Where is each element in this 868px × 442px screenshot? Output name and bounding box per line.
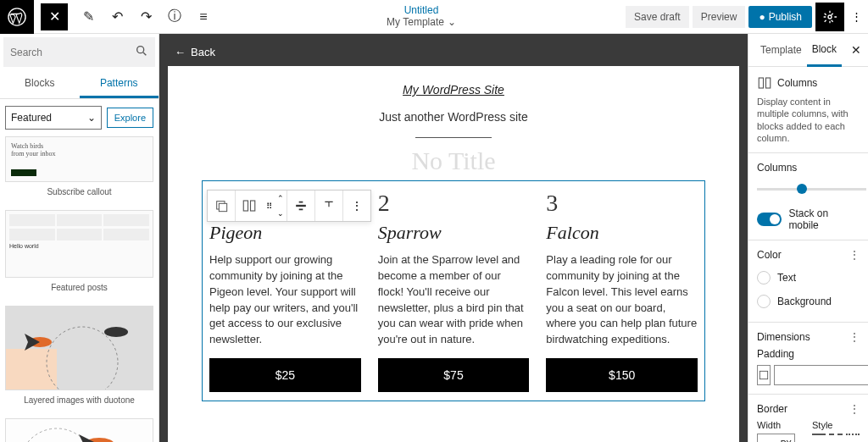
border-more-button[interactable]: ⋮ <box>849 403 860 415</box>
pattern-label: Subscribe callout <box>5 182 153 202</box>
pattern-card-4[interactable] <box>5 418 153 442</box>
wordpress-logo[interactable] <box>0 0 34 34</box>
columns-slider[interactable] <box>757 188 866 191</box>
block-options-button[interactable]: ⋮ <box>343 191 370 221</box>
edit-tool-button[interactable]: ✎ <box>75 3 102 30</box>
column-3[interactable]: 3 Falcon Play a leading role for our com… <box>546 190 698 392</box>
column-number[interactable]: 3 <box>546 190 698 217</box>
svg-rect-18 <box>766 78 771 88</box>
pattern-preview <box>5 306 153 390</box>
pattern-label: Featured posts <box>5 278 153 297</box>
inserter-panel: Blocks Patterns Featured ⌄ Explore Watch… <box>0 34 159 442</box>
site-title[interactable]: My WordPress Site <box>202 83 705 97</box>
border-heading: Border <box>757 403 787 415</box>
document-title-link[interactable]: Untitled <box>404 5 439 16</box>
color-swatch-icon <box>757 295 771 308</box>
svg-rect-12 <box>243 201 248 211</box>
column-number[interactable]: 2 <box>378 190 530 217</box>
border-width-input[interactable] <box>757 434 795 442</box>
pattern-list: Watch birds from your inbox Subscribe ca… <box>0 136 159 442</box>
style-label: Style <box>812 420 860 430</box>
move-up-button[interactable]: ⌃ <box>275 191 287 206</box>
style-dotted[interactable] <box>846 434 860 439</box>
undo-button[interactable]: ↶ <box>103 3 131 30</box>
padding-sides-button[interactable] <box>757 365 771 385</box>
svg-point-1 <box>828 15 832 19</box>
pattern-category-select[interactable]: Featured ⌄ <box>5 106 102 130</box>
topbar-left: ✕ ✎ ↶ ↷ ⓘ ≡ <box>0 0 217 34</box>
style-solid[interactable] <box>812 434 826 439</box>
dimensions-section: Dimensions ⋮ Padding ⇅ <box>748 323 868 395</box>
pattern-card-featured-posts[interactable]: Hello world Featured posts <box>5 210 153 297</box>
save-draft-button[interactable]: Save draft <box>626 6 689 28</box>
tab-template[interactable]: Template <box>755 35 807 65</box>
close-inserter-button[interactable]: ✕ <box>41 3 68 30</box>
move-down-button[interactable]: ⌄ <box>275 206 287 221</box>
info-button[interactable]: ⓘ <box>161 3 188 30</box>
price-button[interactable]: $75 <box>378 358 530 392</box>
redo-button[interactable]: ↷ <box>132 3 159 30</box>
pattern-card-duotone[interactable]: Layered images with duotone <box>5 306 153 410</box>
tab-blocks[interactable]: Blocks <box>0 70 80 98</box>
svg-rect-13 <box>251 201 255 211</box>
column-heading[interactable]: Falcon <box>546 222 698 244</box>
chevron-down-icon: ⌄ <box>448 17 456 28</box>
stack-on-mobile-toggle[interactable] <box>757 213 782 226</box>
search-input[interactable] <box>10 47 120 58</box>
dimensions-heading: Dimensions <box>757 331 810 343</box>
stack-label: Stack on mobile <box>788 207 860 231</box>
text-color-label: Text <box>777 272 796 284</box>
settings-button[interactable] <box>815 3 844 31</box>
pattern-preview: Watch birds from your inbox <box>5 136 153 182</box>
column-description[interactable]: Play a leading role for our community by… <box>546 252 698 348</box>
block-type-button[interactable] <box>236 191 263 221</box>
column-heading[interactable]: Pigeon <box>209 222 361 244</box>
inserter-tabs: Blocks Patterns <box>0 70 159 99</box>
preview-button[interactable]: Preview <box>693 6 746 28</box>
column-description[interactable]: Help support our growing community by jo… <box>209 252 361 348</box>
more-menu-button[interactable]: ⋮ <box>848 3 865 31</box>
settings-tabs: Template Block ✕ <box>748 34 868 67</box>
text-color-row[interactable]: Text <box>757 266 860 290</box>
drag-handle[interactable]: ⠿ <box>263 191 275 221</box>
topbar-center: Untitled My Template ⌄ <box>217 5 626 27</box>
editor-canvas[interactable]: My WordPress Site Just another WordPress… <box>168 66 739 442</box>
block-header: Columns <box>757 75 860 91</box>
column-heading[interactable]: Sparrow <box>378 222 530 244</box>
search-icon <box>135 44 148 60</box>
post-title-placeholder[interactable]: No Title <box>202 146 705 175</box>
block-description: Display content in multiple columns, wit… <box>757 96 860 144</box>
block-name: Columns <box>777 77 817 89</box>
padding-input[interactable] <box>774 365 868 385</box>
template-selector[interactable]: My Template ⌄ <box>387 17 456 28</box>
border-style-options[interactable] <box>812 434 860 439</box>
pattern-preview: Hello world <box>5 210 153 278</box>
back-button[interactable]: ← Back <box>175 46 215 58</box>
style-dashed[interactable] <box>829 434 843 439</box>
svg-point-7 <box>104 327 128 337</box>
site-tagline[interactable]: Just another WordPress site <box>202 110 705 124</box>
tab-block[interactable]: Block <box>807 34 842 67</box>
price-button[interactable]: $25 <box>209 358 361 392</box>
border-section: Border ⋮ Width Style <box>748 395 868 442</box>
vertical-align-button[interactable] <box>315 191 342 221</box>
columns-label: Columns <box>757 162 860 174</box>
publish-button[interactable]: ●Publish <box>748 6 812 28</box>
pattern-card-subscribe[interactable]: Watch birds from your inbox Subscribe ca… <box>5 136 153 202</box>
chevron-down-icon: ⌄ <box>87 112 96 124</box>
dimensions-more-button[interactable]: ⋮ <box>849 331 860 343</box>
color-more-button[interactable]: ⋮ <box>849 249 860 261</box>
explore-button[interactable]: Explore <box>107 108 153 128</box>
background-color-row[interactable]: Background <box>757 290 860 313</box>
outline-button[interactable]: ≡ <box>190 3 217 30</box>
columns-icon <box>757 75 772 91</box>
close-settings-button[interactable]: ✕ <box>851 43 861 57</box>
column-description[interactable]: Join at the Sparrow level and become a m… <box>378 252 530 348</box>
settings-sidebar: Template Block ✕ Columns Display content… <box>748 34 868 442</box>
select-parent-button[interactable] <box>208 191 235 221</box>
tab-patterns[interactable]: Patterns <box>80 70 159 98</box>
align-button[interactable] <box>287 191 314 221</box>
price-button[interactable]: $150 <box>546 358 698 392</box>
publish-label: Publish <box>769 11 802 23</box>
column-2[interactable]: 2 Sparrow Join at the Sparrow level and … <box>378 190 530 392</box>
